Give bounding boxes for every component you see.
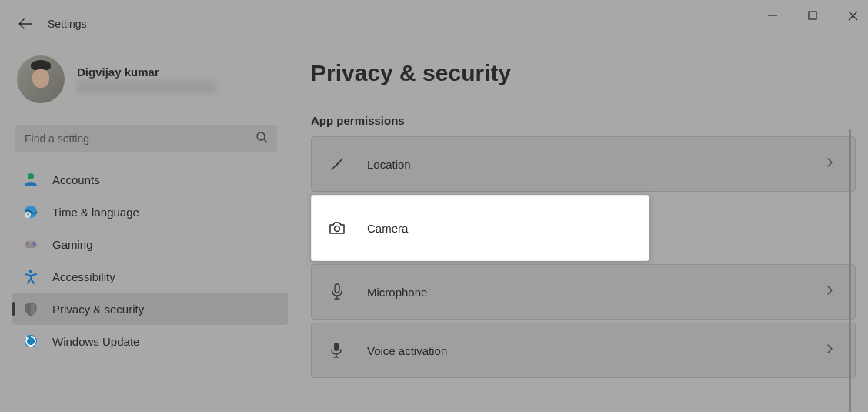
svg-point-4 (257, 132, 265, 140)
sidebar-item-label: Accessibility (52, 270, 115, 283)
content-area: Privacy & security App permissions Locat… (288, 46, 856, 378)
chevron-right-icon (826, 285, 833, 299)
permission-label: Camera (367, 222, 408, 235)
accounts-icon (23, 172, 38, 187)
search-box (15, 125, 277, 152)
section-heading: App permissions (311, 114, 856, 127)
search-input[interactable] (15, 125, 277, 152)
sidebar-item-windows-update[interactable]: Windows Update (12, 325, 288, 357)
svg-point-17 (335, 226, 340, 232)
microphone-icon (329, 283, 346, 300)
accessibility-icon (23, 269, 38, 284)
sidebar-item-time-language[interactable]: Time & language (12, 196, 288, 228)
profile-name: Digvijay kumar (77, 65, 215, 79)
svg-rect-1 (809, 12, 816, 19)
header-bar: Settings (0, 0, 868, 46)
svg-point-14 (30, 242, 32, 243)
close-button[interactable] (843, 6, 862, 25)
update-icon (23, 333, 38, 349)
svg-rect-19 (334, 343, 339, 351)
sidebar-item-label: Privacy & security (52, 303, 144, 316)
permission-label: Location (367, 158, 411, 171)
permission-item-voice-activation[interactable]: Voice activation (311, 323, 856, 378)
svg-point-13 (33, 243, 35, 245)
sidebar-item-privacy-security[interactable]: Privacy & security (12, 293, 288, 325)
chevron-right-icon (826, 343, 833, 357)
window-controls (763, 6, 862, 25)
maximize-button[interactable] (803, 6, 822, 25)
page-title: Privacy & security (311, 60, 856, 86)
nav-list: Accounts Time & language Gaming Accessib… (12, 163, 288, 357)
sidebar: Digvijay kumar Accounts Time & langua (12, 46, 288, 378)
profile-email-redacted (77, 80, 215, 94)
permissions-list: Location Camera Microphone (311, 136, 856, 378)
camera-icon (329, 219, 346, 236)
avatar (17, 55, 65, 103)
svg-point-6 (28, 173, 34, 179)
minimize-button[interactable] (763, 6, 782, 25)
sidebar-item-label: Gaming (52, 238, 93, 251)
permission-item-location[interactable]: Location (311, 136, 856, 192)
svg-line-5 (264, 139, 267, 142)
sidebar-item-accessibility[interactable]: Accessibility (12, 260, 288, 293)
sidebar-item-gaming[interactable]: Gaming (12, 228, 288, 260)
sidebar-item-label: Windows Update (52, 335, 139, 348)
svg-point-12 (27, 243, 28, 245)
chevron-right-icon (826, 157, 833, 171)
location-icon (329, 156, 346, 173)
sidebar-item-label: Accounts (52, 173, 100, 186)
permission-label: Voice activation (367, 344, 447, 357)
scrollbar[interactable] (849, 129, 851, 412)
clock-globe-icon (23, 204, 38, 219)
permission-label: Microphone (367, 286, 427, 299)
permission-item-microphone[interactable]: Microphone (311, 264, 856, 320)
sidebar-item-accounts[interactable]: Accounts (12, 163, 288, 196)
shield-icon (23, 301, 38, 317)
back-button[interactable] (17, 15, 34, 32)
permission-item-camera[interactable]: Camera (311, 195, 649, 261)
gaming-icon (23, 236, 38, 252)
profile-block[interactable]: Digvijay kumar (12, 46, 288, 117)
svg-rect-18 (335, 284, 339, 293)
search-icon (255, 131, 268, 146)
svg-point-15 (29, 270, 32, 273)
sidebar-item-label: Time & language (52, 206, 139, 219)
header-title: Settings (48, 18, 87, 30)
voice-icon (329, 342, 346, 359)
